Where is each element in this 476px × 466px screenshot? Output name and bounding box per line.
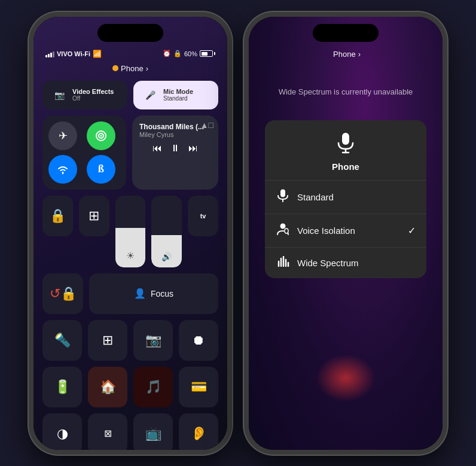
video-effects-label: Video Effects (72, 88, 114, 95)
airplay-icon: ▲□ (200, 120, 213, 130)
mic-wide-spectrum-label: Wide Spectrum (297, 258, 416, 268)
music-artist: Miley Cyrus (139, 131, 211, 138)
volume-fill (151, 235, 182, 267)
battery-icon (200, 50, 215, 57)
music-player[interactable]: ▲□ Thousand Miles (... Miley Cyrus ⏮ ⏸ ⏭ (132, 115, 218, 190)
alarm-icon: ⏰ (163, 50, 171, 57)
brightness-slider[interactable]: ☀ (115, 196, 146, 267)
mic-voice-icon (276, 223, 290, 239)
music-controls: ⏮ ⏸ ⏭ (139, 143, 211, 154)
dynamic-island-2 (313, 24, 379, 42)
carrier-label: VIVO Wi-Fi (57, 50, 90, 57)
home-button[interactable]: 🏠 (88, 367, 127, 407)
voice-isolation-checkmark: ✓ (408, 225, 416, 236)
qr-icon: ⊠ (104, 428, 112, 439)
remote-icon: 📺 (145, 426, 161, 441)
mic-menu-main-icon (337, 132, 355, 158)
battery-percent: 60% (184, 50, 197, 57)
volume-icon: 🔊 (161, 252, 172, 261)
appletv-button[interactable]: tv (188, 196, 218, 236)
qr-button[interactable]: ⊠ (88, 413, 127, 454)
phone-1: VIVO Wi-Fi 📶 ⏰ 🔒 60% Phone › (29, 12, 232, 455)
prev-track-icon[interactable]: ⏮ (152, 143, 162, 154)
mic-voice-isolation-label: Voice Isolation (297, 226, 401, 236)
mic-standard-icon (276, 189, 290, 205)
video-effects-button[interactable]: 📷 Video Effects Off (42, 81, 127, 109)
video-effects-icon: 📷 (51, 87, 68, 103)
phone2-top-chevron: › (358, 50, 361, 59)
cell-data-button[interactable] (87, 121, 115, 150)
rotate-lock-icon: 🔒 (50, 208, 66, 224)
remote-button[interactable]: 📺 (133, 413, 173, 454)
camera-icon: 📷 (145, 333, 161, 348)
mic-mode-label: Mic Mode (163, 88, 193, 95)
battery-status-icon: 🔋 (54, 379, 71, 395)
flashlight-icon: 🔦 (54, 333, 71, 348)
phone2-background: Phone › Wide Spectrum is currently unava… (249, 17, 443, 450)
cc-bottom-row-1: 🔦 ⊞ 📷 ⏺ (42, 320, 218, 361)
calculator-icon: ⊞ (102, 333, 113, 348)
bluetooth-button[interactable]: ß (87, 155, 115, 184)
mic-mode-text: Mic Mode Standard (163, 88, 193, 102)
mic-mode-icon: 🎤 (142, 87, 158, 103)
phone-top-bar-1: Phone › (33, 61, 227, 78)
phone2-top-label: Phone (333, 50, 356, 59)
shazam-button[interactable]: 🎵 (133, 367, 173, 407)
mic-mode-sub: Standard (163, 95, 193, 102)
calculator-button[interactable]: ⊞ (88, 320, 127, 361)
hearing-button[interactable]: 👂 (179, 413, 218, 454)
dynamic-island-1 (97, 24, 163, 42)
mic-menu-header: Phone (265, 120, 426, 181)
lock-icon: 🔒 (173, 50, 182, 57)
brightness-fill (115, 228, 146, 267)
darkmode-icon: ◑ (57, 426, 68, 441)
phone-top-label: Phone (121, 64, 144, 73)
flashlight-button[interactable]: 🔦 (42, 320, 82, 361)
screen-mirror-icon: ⊞ (89, 208, 99, 224)
mic-voice-isolation-option[interactable]: Voice Isolation ✓ (265, 214, 426, 248)
rotate-lock-icon-2: ↺🔒 (50, 286, 77, 301)
darkmode-button[interactable]: ◑ (42, 413, 82, 454)
appletv-icon: tv (200, 212, 206, 220)
next-track-icon[interactable]: ⏭ (188, 143, 198, 154)
shazam-icon: 🎵 (145, 379, 161, 395)
focus-label: Focus (151, 289, 173, 299)
phone-indicator-dot (112, 65, 118, 71)
status-right: ⏰ 🔒 60% (163, 50, 215, 57)
screen-mirror-button[interactable]: ⊞ (79, 196, 109, 236)
mic-wide-spectrum-option[interactable]: Wide Spectrum (265, 248, 426, 278)
mic-menu-phone-label: Phone (332, 162, 359, 172)
cc-mid-row: 🔒 ⊞ ☀ 🔊 tv (42, 196, 218, 267)
brightness-icon: ☀ (126, 250, 135, 261)
battery-button[interactable]: 🔋 (42, 367, 82, 407)
wallet-icon: 💳 (191, 379, 207, 395)
video-effects-sub: Off (72, 95, 114, 102)
red-glow-decoration (316, 354, 376, 402)
airplane-mode-button[interactable]: ✈ (48, 121, 77, 150)
mic-standard-label: Standard (297, 192, 416, 202)
wifi-button[interactable] (48, 155, 77, 184)
status-left: VIVO Wi-Fi 📶 (45, 50, 102, 58)
signal-bars (45, 50, 54, 57)
play-pause-icon[interactable]: ⏸ (170, 143, 180, 154)
cc-focus-row: ↺🔒 👤 Focus (42, 273, 218, 314)
focus-button[interactable]: 👤 Focus (89, 273, 218, 314)
record-icon: ⏺ (192, 333, 205, 348)
svg-rect-6 (280, 189, 285, 197)
wallet-button[interactable]: 💳 (179, 367, 218, 407)
mic-mode-menu: Phone Standard (265, 120, 426, 278)
cc-top-row: 📷 Video Effects Off 🎤 Mic Mode Standard (42, 81, 218, 109)
mic-mode-button[interactable]: 🎤 Mic Mode Standard (133, 81, 218, 109)
cc-bottom-row-2: 🔋 🏠 🎵 💳 (42, 367, 218, 407)
rotate-lock-button-2[interactable]: ↺🔒 (42, 273, 83, 314)
phone-top-chevron: › (146, 64, 148, 73)
rotate-lock-button[interactable]: 🔒 (42, 196, 73, 236)
svg-point-2 (100, 135, 102, 136)
record-button[interactable]: ⏺ (179, 320, 218, 361)
phone1-background: VIVO Wi-Fi 📶 ⏰ 🔒 60% Phone › (33, 17, 227, 450)
unavailable-message: Wide Spectrum is currently unavailable (255, 87, 437, 96)
camera-button[interactable]: 📷 (133, 320, 173, 361)
volume-slider[interactable]: 🔊 (151, 196, 182, 267)
mic-standard-option[interactable]: Standard (265, 181, 426, 214)
svg-point-8 (280, 223, 286, 229)
